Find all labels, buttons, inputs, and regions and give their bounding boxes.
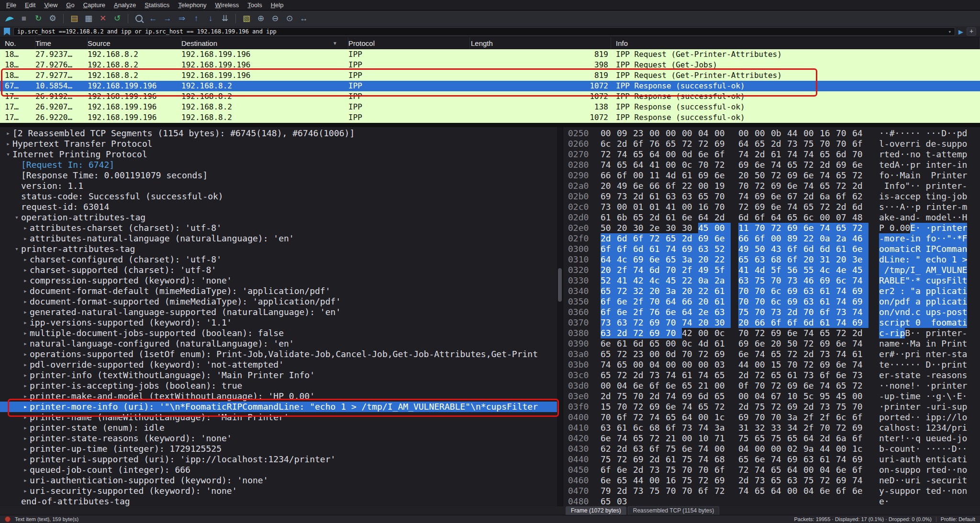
ascii-char[interactable]: [879, 181, 884, 191]
ascii-char[interactable]: i: [936, 181, 941, 191]
ascii-char[interactable]: p: [890, 391, 895, 402]
ascii-char[interactable]: e: [931, 486, 936, 496]
ascii-char[interactable]: B: [905, 328, 910, 338]
ascii-char[interactable]: v: [895, 139, 900, 149]
ascii-char[interactable]: d: [879, 254, 884, 265]
hex-byte[interactable]: 6e: [633, 381, 649, 391]
ascii-char[interactable]: [947, 254, 952, 265]
hex-byte[interactable]: 61: [787, 370, 803, 381]
hex-byte[interactable]: 68: [714, 454, 731, 465]
hex-row[interactable]: 03506f6e2f706466206170706c6963617469on/p…: [563, 296, 980, 307]
ascii-char[interactable]: ·: [941, 444, 947, 454]
ascii-char[interactable]: a: [900, 454, 905, 465]
ascii-char[interactable]: c: [926, 275, 931, 286]
chevron-down-icon[interactable]: ▾: [12, 212, 21, 223]
chevron-right-icon[interactable]: ▸: [21, 296, 30, 307]
hex-byte[interactable]: 00: [666, 160, 682, 170]
ascii-char[interactable]: u: [905, 454, 910, 465]
hex-byte[interactable]: 74: [803, 181, 820, 191]
hex-byte[interactable]: 70: [666, 265, 682, 275]
ascii-char[interactable]: s: [957, 307, 962, 317]
packet-row[interactable]: 17…26.9207…192.168.199.196192.168.8.2IPP…: [0, 102, 980, 112]
hex-byte[interactable]: 6f: [820, 370, 836, 381]
hex-byte[interactable]: 2d: [820, 160, 836, 170]
hex-byte[interactable]: 6e: [787, 181, 803, 191]
ascii-char[interactable]: a: [957, 244, 962, 254]
hex-byte[interactable]: 72: [617, 454, 633, 465]
ascii-char[interactable]: -: [884, 139, 890, 149]
ascii-char[interactable]: I: [910, 265, 915, 275]
hex-byte[interactable]: 69: [738, 160, 755, 170]
ascii-char[interactable]: e: [884, 475, 890, 486]
ascii-char[interactable]: E: [957, 391, 962, 402]
hex-byte[interactable]: 6e: [836, 370, 852, 381]
ascii-char[interactable]: :: [900, 286, 905, 296]
hex-byte[interactable]: 00: [649, 128, 666, 139]
ascii-char[interactable]: -: [926, 370, 931, 381]
ascii-char[interactable]: t: [936, 160, 941, 170]
ascii-char[interactable]: a: [962, 349, 968, 360]
hex-byte[interactable]: 69: [787, 296, 803, 307]
hex-byte[interactable]: 73: [836, 307, 852, 317]
hex-byte[interactable]: 71: [714, 433, 731, 444]
ascii-char[interactable]: n: [884, 307, 890, 317]
hex-byte[interactable]: 65: [633, 149, 649, 160]
ascii-char[interactable]: t: [941, 149, 947, 160]
ascii-char[interactable]: c: [941, 475, 947, 486]
hex-byte[interactable]: 61: [682, 370, 698, 381]
ascii-char[interactable]: e: [947, 202, 952, 212]
hex-byte[interactable]: 70: [714, 202, 731, 212]
hex-row[interactable]: 0370736372697074203020666f6f6d617469scri…: [563, 317, 980, 328]
hex-byte[interactable]: 65: [714, 370, 731, 381]
ascii-char[interactable]: h: [895, 423, 900, 433]
ascii-char[interactable]: l: [957, 275, 962, 286]
hex-row[interactable]: 03606f6e2f766e642e637570732d706f7374on/v…: [563, 307, 980, 317]
hex-byte[interactable]: 00: [803, 128, 820, 139]
hex-byte[interactable]: 63: [714, 307, 731, 317]
hex-byte[interactable]: 72: [682, 139, 698, 149]
hex-byte[interactable]: 65: [714, 391, 731, 402]
go-to-packet-button[interactable]: ⇒: [175, 12, 189, 25]
hex-byte[interactable]: 31: [738, 423, 755, 433]
hex-byte[interactable]: 00: [714, 223, 731, 233]
ascii-char[interactable]: r: [926, 202, 931, 212]
ascii-char[interactable]: d: [926, 139, 931, 149]
ascii-char[interactable]: p: [931, 223, 936, 233]
detail-row[interactable]: ▸printer-state-reasons (keyword): 'none': [0, 433, 557, 444]
ascii-char[interactable]: d: [905, 412, 910, 423]
hex-byte[interactable]: 00: [771, 444, 787, 454]
hex-byte[interactable]: 69: [601, 191, 617, 202]
hex-byte[interactable]: 04: [820, 465, 836, 475]
ascii-char[interactable]: ·: [910, 412, 915, 423]
hex-byte[interactable]: 61: [714, 296, 731, 307]
ascii-char[interactable]: o: [941, 244, 947, 254]
ascii-char[interactable]: e: [936, 465, 941, 475]
hex-byte[interactable]: 70: [698, 160, 714, 170]
detail-row[interactable]: ▸[2 Reassembled TCP Segments (1154 bytes…: [0, 128, 557, 139]
ascii-char[interactable]: e: [879, 286, 884, 296]
hex-byte[interactable]: 04: [698, 128, 714, 139]
ascii-char[interactable]: ·: [931, 360, 936, 370]
hex-byte[interactable]: 2d: [617, 139, 633, 149]
ascii-char[interactable]: s: [890, 486, 895, 496]
hex-byte[interactable]: 20: [649, 286, 666, 296]
hex-row[interactable]: 02c0730001014100167072696e7465722d6ds···…: [563, 202, 980, 212]
hex-byte[interactable]: 72: [836, 328, 852, 338]
chevron-right-icon[interactable]: ▸: [21, 233, 30, 244]
hex-row[interactable]: 0430622d636f756e7400040000029a44001cb-co…: [563, 444, 980, 454]
hex-byte[interactable]: 6f: [714, 149, 731, 160]
hex-row[interactable]: 03f0157072696e7465722d7572692d737570·pri…: [563, 402, 980, 412]
ascii-char[interactable]: t: [900, 391, 905, 402]
hex-byte[interactable]: 72: [852, 223, 869, 233]
detail-row[interactable]: ▸printer-uri-supported (uri): 'ipp://loc…: [0, 454, 557, 465]
hex-row[interactable]: 03d000046e6f6e6521000f7072696e746572··no…: [563, 381, 980, 391]
ascii-char[interactable]: -: [947, 402, 952, 412]
hex-byte[interactable]: 52: [714, 244, 731, 254]
ascii-char[interactable]: ": [905, 275, 910, 286]
hex-byte[interactable]: 73: [633, 486, 649, 496]
hex-row[interactable]: 0290666f00114d61696e205072696e746572fo··…: [563, 170, 980, 181]
ascii-char[interactable]: ·: [926, 223, 931, 233]
ascii-char[interactable]: l: [890, 423, 895, 433]
detail-row[interactable]: ▸Hypertext Transfer Protocol: [0, 139, 557, 149]
ascii-char[interactable]: o: [962, 465, 968, 475]
